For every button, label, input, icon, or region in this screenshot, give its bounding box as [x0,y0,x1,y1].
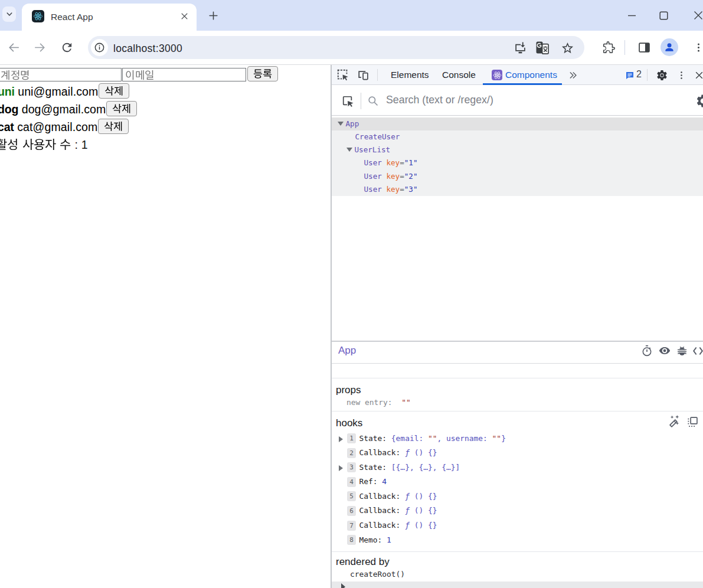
address-bar[interactable]: localhost:3000 [88,36,584,59]
profile-avatar[interactable] [661,38,678,56]
install-app-button[interactable] [512,40,528,55]
more-tabs-button[interactable] [565,67,580,83]
reload-icon [60,41,74,54]
tab-console[interactable]: Console [442,65,476,85]
register-button[interactable] [247,66,278,81]
window-minimize-button[interactable] [623,7,640,24]
star-icon [561,41,574,55]
tab-elements[interactable]: Elements [391,65,429,85]
parse-hook-names-button[interactable] [667,414,682,429]
delete-user-button[interactable] [99,83,129,99]
devtools-close-button[interactable] [691,67,703,83]
forward-button[interactable] [28,35,51,59]
bookmark-star-button[interactable] [560,40,575,55]
device-toolbar-button[interactable] [356,67,371,83]
window-maximize-button[interactable] [655,7,672,24]
tree-row-user[interactable]: User key="1" [332,156,703,169]
hook-row-callback[interactable]: 2Callback: ƒ () {} [332,446,703,461]
tree-row-userlist[interactable]: UserList [332,143,703,156]
person-icon [663,41,675,53]
translate-button[interactable] [534,40,550,55]
stopwatch-icon [641,345,653,357]
tab-close-button[interactable] [177,9,191,23]
tree-row-createuser[interactable]: CreateUser [332,130,703,143]
user-name[interactable]: cat [0,120,14,133]
extensions-button[interactable] [601,40,616,55]
hook-row-callback[interactable]: 7Callback: ƒ () {} [332,519,703,534]
message-count: 2 [636,69,642,80]
hook-text: Callback: ƒ () {} [359,506,437,515]
tab-search-button[interactable] [2,6,16,22]
reload-button[interactable] [55,35,79,59]
console-messages-indicator[interactable]: 2 [625,67,649,83]
picker-icon [341,94,355,108]
hook-row-state[interactable]: 1State: {email: "", username: ""} [332,432,703,446]
hook-row-memo[interactable]: 8Memo: 1 [332,533,703,548]
devtools-settings-button[interactable] [654,67,669,83]
hooks-section: hooks 1State: {email: "", username: ""}2… [332,411,703,552]
user-row: dog dog@gmail.com [0,101,137,119]
minimize-icon [627,11,636,20]
hook-row-callback[interactable]: 5Callback: ƒ () {} [332,489,703,504]
user-name[interactable]: dog [0,103,18,116]
user-email: cat@gmail.com [14,120,98,133]
component-name: UserList [355,145,391,154]
device-toolbar-icon [357,68,370,81]
puzzle-icon [602,41,616,54]
expander-triangle-icon[interactable] [339,465,343,471]
forward-arrow-icon [32,40,47,55]
view-source-button[interactable] [693,344,703,358]
components-settings-button[interactable] [695,93,703,109]
expander-triangle-icon[interactable] [338,122,344,126]
tab-components[interactable]: Components [486,65,566,85]
hook-row-callback[interactable]: 6Callback: ƒ () {} [332,504,703,519]
expander-triangle-icon[interactable] [346,148,352,152]
site-info-chip[interactable] [91,39,108,56]
user-name[interactable]: uni [0,85,15,98]
inspect-element-button[interactable] [335,67,351,83]
web-page: uni uni@gmail.com dog dog@gmail.com cat … [0,65,331,588]
kebab-menu-icon [693,42,703,53]
side-panel-button[interactable] [636,40,652,55]
delete-user-button[interactable] [98,119,129,134]
rendered-by-row[interactable]: createRoot() [350,570,405,579]
translate-icon [535,41,549,55]
tab-strip: React App [0,0,703,31]
email-input[interactable] [122,68,246,81]
inspect-dom-button[interactable] [657,344,672,358]
hook-row-state[interactable]: 3State: [{…}, {…}, {…}] [332,460,703,475]
debug-button[interactable] [675,344,689,358]
account-name-input[interactable] [0,68,122,81]
suspense-toggle-button[interactable] [639,344,654,358]
tree-row-app[interactable]: App [332,117,703,130]
hook-index-badge: 4 [347,477,356,487]
url-text[interactable]: localhost:3000 [113,43,182,55]
devtools-menu-button[interactable] [673,67,689,83]
tree-row-user[interactable]: User key="2" [332,170,703,183]
kebab-menu-icon [676,70,686,80]
window-close-button[interactable] [689,7,703,24]
code-icon [693,347,703,355]
browser-tab[interactable]: React App [22,4,197,31]
hook-text: Callback: ƒ () {} [359,448,437,457]
components-search-input[interactable]: Search (text or /regex/) [386,94,493,106]
user-email: uni@gmail.com [15,85,99,98]
search-icon [367,95,379,107]
browser-menu-button[interactable] [691,40,703,55]
delete-user-button[interactable] [106,101,137,116]
hook-row-ref[interactable]: 4Ref: 4 [332,475,703,490]
component-picker-button[interactable] [340,93,355,109]
bug-icon [676,345,688,357]
devtools-toolbar-divider [377,69,378,81]
copy-hooks-button[interactable] [685,415,699,430]
attr-name: key [386,158,400,167]
user-row: uni uni@gmail.com [0,83,129,101]
new-tab-button[interactable] [205,7,221,24]
prop-row[interactable]: new entry: "" [346,398,411,407]
back-button[interactable] [2,35,25,59]
hook-text: Memo: 1 [359,535,391,544]
tree-row-user[interactable]: User key="3" [332,183,703,196]
expander-triangle-icon[interactable] [339,436,343,442]
attr-value: "1" [404,158,418,167]
toolbar-divider [361,93,361,109]
